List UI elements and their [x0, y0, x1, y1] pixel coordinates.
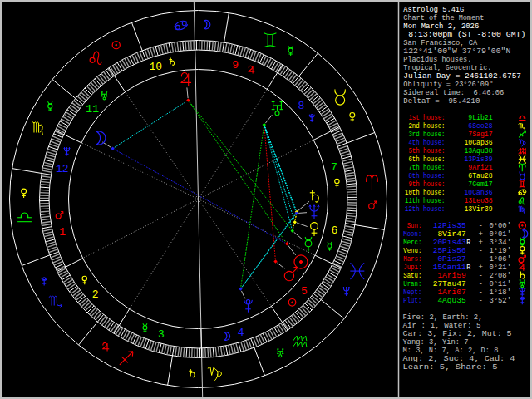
- svg-text:Plut:: Plut:: [403, 296, 421, 305]
- svg-text:6: 6: [331, 224, 337, 237]
- svg-text:DeltaT = 95.4210: DeltaT = 95.4210: [403, 96, 480, 106]
- svg-text:5: 5: [301, 285, 308, 298]
- svg-text:-: -: [479, 296, 484, 305]
- svg-text:8: 8: [298, 100, 304, 112]
- svg-text:7: 7: [331, 161, 337, 174]
- svg-text:3: 3: [158, 328, 165, 341]
- svg-text:R: R: [466, 238, 470, 247]
- svg-text:12th house:: 12th house:: [405, 204, 446, 214]
- svg-text:12: 12: [56, 163, 69, 175]
- svg-text:R: R: [466, 263, 470, 272]
- svg-text:4: 4: [238, 327, 244, 339]
- svg-text:1: 1: [59, 226, 66, 239]
- svg-text:11: 11: [86, 103, 99, 116]
- svg-text:13Vir39: 13Vir39: [465, 204, 493, 214]
- svg-text:3°52': 3°52': [489, 296, 511, 305]
- svg-text:Learn: 5, Share: 5: Learn: 5, Share: 5: [403, 362, 498, 372]
- svg-text:4Aqu35: 4Aqu35: [433, 296, 466, 305]
- svg-text:2: 2: [92, 288, 99, 301]
- svg-text:10: 10: [149, 61, 162, 73]
- svg-text:9: 9: [232, 59, 239, 71]
